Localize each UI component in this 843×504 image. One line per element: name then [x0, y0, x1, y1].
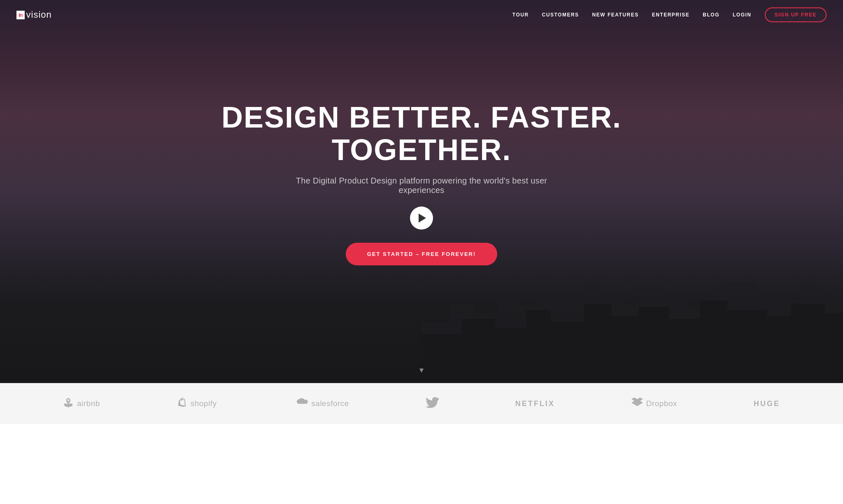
header: in vision TOUR CUSTOMERS NEW FEATURES EN… [0, 0, 843, 30]
netflix-name: NETFLIX [515, 399, 555, 408]
nav-customers[interactable]: CUSTOMERS [542, 12, 579, 18]
logo-in: in [19, 12, 23, 18]
play-button[interactable] [410, 207, 433, 230]
logo-netflix: NETFLIX [515, 399, 555, 408]
salesforce-name: salesforce [311, 399, 349, 408]
hero-title: DESIGN BETTER. FASTER. TOGETHER. [195, 101, 648, 166]
svg-rect-48 [700, 301, 727, 383]
main-nav: TOUR CUSTOMERS NEW FEATURES ENTERPRISE B… [512, 7, 827, 22]
nav-login[interactable]: LOGIN [733, 12, 752, 18]
airbnb-icon [63, 397, 74, 410]
logo-dropbox: Dropbox [631, 397, 677, 411]
nav-blog[interactable]: BLOG [703, 12, 720, 18]
hero-subtitle: The Digital Product Design platform powe… [277, 176, 566, 195]
twitter-icon [426, 397, 439, 411]
signup-button[interactable]: SIGN UP FREE [765, 7, 827, 22]
hero-section: DESIGN BETTER. FASTER. TOGETHER. The Dig… [0, 0, 843, 383]
cta-button[interactable]: GET STARTED – FREE FOREVER! [346, 243, 498, 265]
logo-airbnb: airbnb [63, 397, 100, 410]
scroll-arrow: ▾ [419, 365, 424, 375]
logos-section: airbnb shopify salesforce NETFLIX [0, 383, 843, 424]
shopify-icon [177, 397, 187, 411]
dropbox-icon [631, 397, 643, 411]
svg-rect-67 [422, 371, 843, 383]
nav-enterprise[interactable]: ENTERPRISE [652, 12, 690, 18]
logo-box: in [16, 11, 25, 19]
logo-vision: vision [26, 9, 52, 20]
huge-name: HUGE [754, 399, 780, 408]
city-skyline [0, 249, 843, 383]
shopify-name: shopify [191, 399, 217, 408]
logo-shopify: shopify [177, 397, 217, 411]
logo[interactable]: in vision [16, 9, 52, 20]
nav-new-features[interactable]: NEW FEATURES [592, 12, 639, 18]
play-icon [419, 214, 426, 223]
airbnb-name: airbnb [77, 399, 100, 408]
logo-twitter [426, 397, 439, 411]
hero-content: DESIGN BETTER. FASTER. TOGETHER. The Dig… [187, 101, 656, 265]
logo-salesforce: salesforce [293, 397, 349, 411]
nav-tour[interactable]: TOUR [512, 12, 529, 18]
dropbox-name: Dropbox [646, 399, 677, 408]
logo-huge: HUGE [754, 399, 780, 408]
salesforce-icon [293, 397, 308, 411]
